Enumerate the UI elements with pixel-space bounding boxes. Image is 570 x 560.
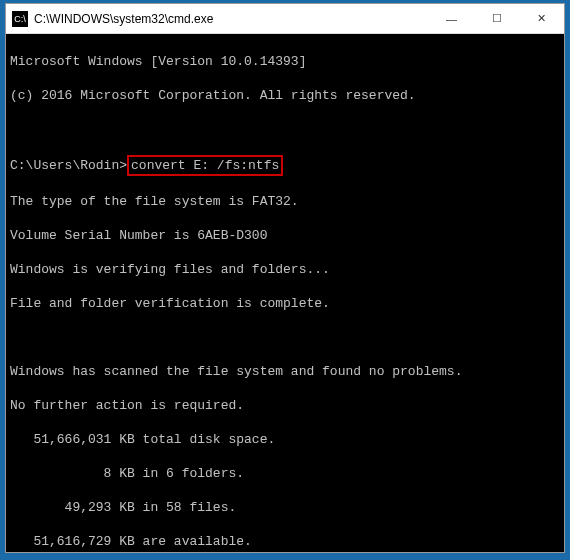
- window-title: C:\WINDOWS\system32\cmd.exe: [34, 12, 429, 26]
- blank-line: [10, 121, 560, 138]
- output-line: Windows has scanned the file system and …: [10, 363, 560, 380]
- prompt: C:\Users\Rodin>: [10, 158, 127, 173]
- banner-line: Microsoft Windows [Version 10.0.14393]: [10, 53, 560, 70]
- output-line: No further action is required.: [10, 397, 560, 414]
- highlighted-command: convert E: /fs:ntfs: [127, 155, 283, 176]
- output-line: 8 KB in 6 folders.: [10, 465, 560, 482]
- window-controls: — ☐ ✕: [429, 4, 564, 33]
- close-button[interactable]: ✕: [519, 4, 564, 33]
- output-line: 49,293 KB in 58 files.: [10, 499, 560, 516]
- output-line: 51,666,031 KB total disk space.: [10, 431, 560, 448]
- output-line: Volume Serial Number is 6AEB-D300: [10, 227, 560, 244]
- blank-line: [10, 329, 560, 346]
- cmd-icon: C:\: [12, 11, 28, 27]
- banner-line: (c) 2016 Microsoft Corporation. All righ…: [10, 87, 560, 104]
- output-line: 51,616,729 KB are available.: [10, 533, 560, 550]
- cmd-window: C:\ C:\WINDOWS\system32\cmd.exe — ☐ ✕ Mi…: [5, 3, 565, 553]
- output-line: File and folder verification is complete…: [10, 295, 560, 312]
- maximize-button[interactable]: ☐: [474, 4, 519, 33]
- minimize-button[interactable]: —: [429, 4, 474, 33]
- output-line: The type of the file system is FAT32.: [10, 193, 560, 210]
- output-line: Windows is verifying files and folders..…: [10, 261, 560, 278]
- prompt-line: C:\Users\Rodin>convert E: /fs:ntfs: [10, 155, 560, 176]
- titlebar[interactable]: C:\ C:\WINDOWS\system32\cmd.exe — ☐ ✕: [6, 4, 564, 34]
- terminal-area[interactable]: Microsoft Windows [Version 10.0.14393] (…: [6, 34, 564, 552]
